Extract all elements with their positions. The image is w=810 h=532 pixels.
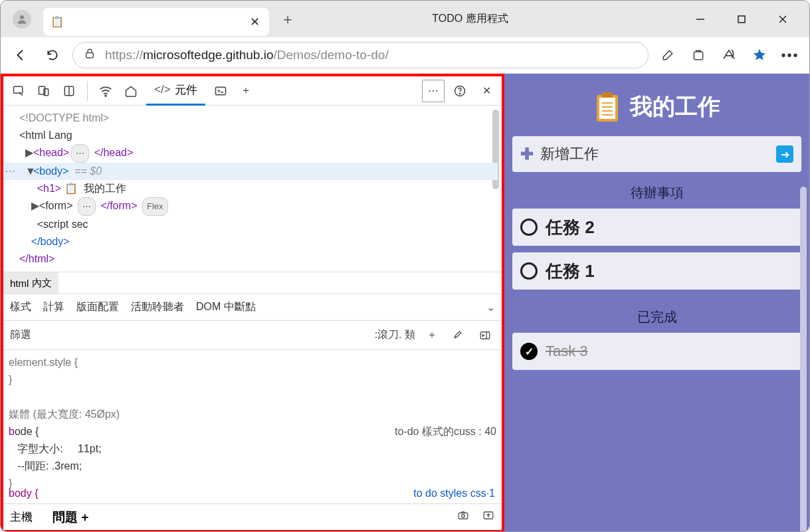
lock-icon [84, 48, 96, 62]
app-title: 我的工作 [594, 91, 720, 123]
title-bar: 📋 ✕ ＋ TODO 應用程式 [1, 1, 809, 37]
drawer-console-tab[interactable]: 主機 [10, 509, 33, 525]
address-bar: https://microsoftedge.github.io/Demos/de… [1, 37, 809, 74]
more-menu-button[interactable]: ••• [779, 44, 801, 66]
window-controls [692, 11, 791, 27]
elements-tab[interactable]: </> 元件 [146, 76, 205, 106]
app-title-text: 我的工作 [630, 92, 720, 122]
add-tab-icon[interactable]: ＋ [235, 80, 257, 102]
toggle-panel-icon[interactable] [475, 325, 495, 345]
code-icon: </> [154, 83, 171, 96]
task-item-done[interactable]: ✓ Task 3 [512, 333, 801, 370]
profile-avatar[interactable] [13, 10, 31, 29]
read-aloud-icon[interactable] [718, 44, 740, 66]
done-section-label: 已完成 [637, 308, 677, 326]
svg-rect-21 [599, 98, 615, 119]
minimize-button[interactable] [692, 11, 708, 27]
close-window-button[interactable] [775, 11, 791, 27]
source-link[interactable]: to do styles css·1 [413, 485, 495, 502]
collections-icon[interactable] [687, 44, 710, 66]
browser-tab[interactable]: 📋 ✕ [43, 8, 269, 36]
url-text: https://microsoftedge.github.io/Demos/de… [105, 48, 637, 62]
css-prop-font-size[interactable]: 字型大小: 11pt; [9, 440, 496, 458]
network-conditions-icon[interactable] [94, 80, 117, 102]
edit-icon[interactable] [657, 44, 679, 66]
svg-point-12 [105, 95, 106, 96]
close-devtools-icon[interactable]: ✕ [475, 80, 498, 102]
devtools-toolbar: </> 元件 ＋ ⋯ ✕ [3, 76, 502, 106]
device-emulation-icon[interactable] [33, 80, 55, 102]
filter-input[interactable]: 篩選 [10, 328, 31, 342]
drawer-issues-tab[interactable]: 問題 + [52, 509, 88, 526]
tab-event-listeners[interactable]: 活動聆聽者 [131, 300, 184, 314]
task-checked-icon[interactable]: ✓ [520, 343, 538, 360]
tab-dom-breakpoints[interactable]: DOM 中斷點 [196, 300, 256, 314]
dom-html-close[interactable]: </html> [19, 250, 498, 268]
panel-layout-icon[interactable] [58, 80, 80, 102]
dom-head[interactable]: ▶<head>⋯ </head> [19, 144, 498, 163]
console-icon[interactable] [209, 80, 232, 102]
tab-computed[interactable]: 計算 [43, 300, 64, 314]
panel-tabs-chevron-icon[interactable]: ⌄ [486, 301, 495, 313]
elements-tab-label: 元件 [175, 82, 197, 98]
url-input[interactable]: https://microsoftedge.github.io/Demos/de… [72, 42, 649, 68]
devtools-panel: </> 元件 ＋ ⋯ ✕ <!DOCTYPE html> <html Lang … [1, 74, 504, 532]
task-checkbox[interactable] [520, 262, 538, 280]
tab-styles[interactable]: 樣式 [10, 300, 31, 314]
new-style-rule-icon[interactable]: ＋ [422, 325, 442, 345]
drawer-collapse-icon[interactable] [482, 509, 495, 525]
help-icon[interactable] [449, 80, 471, 102]
submit-task-button[interactable]: ➜ [776, 145, 793, 163]
clipboard-icon [594, 91, 621, 123]
svg-rect-17 [458, 513, 468, 519]
hover-selector[interactable]: :滾刀. 類 [375, 328, 415, 342]
element-style-rule[interactable]: element.style { [9, 354, 496, 371]
body-rule[interactable]: bode {to-do 樣式的cuss : 40 [9, 423, 496, 440]
add-task-placeholder: 新增工作 [540, 144, 769, 164]
inspect-element-icon[interactable] [7, 80, 30, 102]
dom-script[interactable]: <script sec [19, 216, 498, 233]
breadcrumb-html[interactable]: html 內文 [3, 272, 58, 294]
dom-h1[interactable]: <h1> 📋 我的工作 [19, 180, 498, 197]
task-label: 任務 2 [546, 216, 595, 239]
svg-point-18 [462, 515, 465, 518]
svg-rect-7 [14, 86, 23, 93]
svg-rect-16 [480, 331, 490, 339]
dom-form[interactable]: ▶<form> ⋯ </form> Flex [19, 197, 498, 216]
svg-rect-5 [86, 53, 94, 58]
tab-layout[interactable]: 版面配置 [76, 300, 119, 314]
task-item[interactable]: 任務 2 [512, 209, 801, 246]
favorite-star-icon[interactable] [748, 44, 771, 66]
app-scrollbar[interactable] [800, 187, 807, 532]
dom-body-close[interactable]: </body> [19, 233, 498, 250]
dom-html-open[interactable]: <html Lang [19, 127, 498, 144]
styles-body[interactable]: element.style { } 媒體 (最大寬度: 45Øpx) bode … [3, 350, 502, 503]
back-button[interactable] [9, 43, 33, 67]
styles-filter-row: 篩選 :滾刀. 類 ＋ [3, 321, 502, 350]
task-label-done: Task 3 [546, 343, 588, 360]
task-checkbox[interactable] [520, 219, 538, 236]
body-rule-2[interactable]: body { [9, 485, 38, 502]
welcome-icon[interactable] [120, 80, 142, 102]
tab-favicon: 📋 [51, 16, 63, 28]
task-label: 任務 1 [546, 260, 595, 283]
refresh-button[interactable] [41, 43, 64, 67]
dom-breadcrumb: html 內文 [3, 272, 502, 294]
drawer-camera-icon[interactable] [456, 509, 470, 525]
dom-body-open[interactable]: ▼<body> == $0 [3, 163, 498, 180]
dom-tree[interactable]: <!DOCTYPE html> <html Lang ▶<head>⋯ </he… [3, 106, 502, 272]
devtools-more-icon[interactable]: ⋯ [422, 80, 445, 102]
maximize-button[interactable] [734, 11, 750, 27]
media-query[interactable]: 媒體 (最大寬度: 45Øpx) [9, 406, 496, 423]
styles-panel-tabs: 樣式 計算 版面配置 活動聆聽者 DOM 中斷點 ⌄ [3, 294, 502, 321]
dom-doctype[interactable]: <!DOCTYPE html> [19, 110, 498, 127]
devtools-drawer: 主機 問題 + [3, 503, 502, 530]
svg-point-15 [459, 93, 460, 94]
paint-brush-icon[interactable] [449, 325, 468, 345]
main-area: </> 元件 ＋ ⋯ ✕ <!DOCTYPE html> <html Lang … [1, 74, 809, 532]
task-item[interactable]: 任務 1 [512, 252, 801, 290]
plus-icon: ✚ [520, 145, 534, 163]
todo-app: 我的工作 ✚ 新增工作 ➜ 待辦事項 任務 2 任務 1 已完成 ✓ Task … [504, 74, 809, 532]
add-task-input[interactable]: ✚ 新增工作 ➜ [512, 136, 801, 172]
css-prop-spacing[interactable]: --間距: .3rem; [9, 458, 496, 475]
